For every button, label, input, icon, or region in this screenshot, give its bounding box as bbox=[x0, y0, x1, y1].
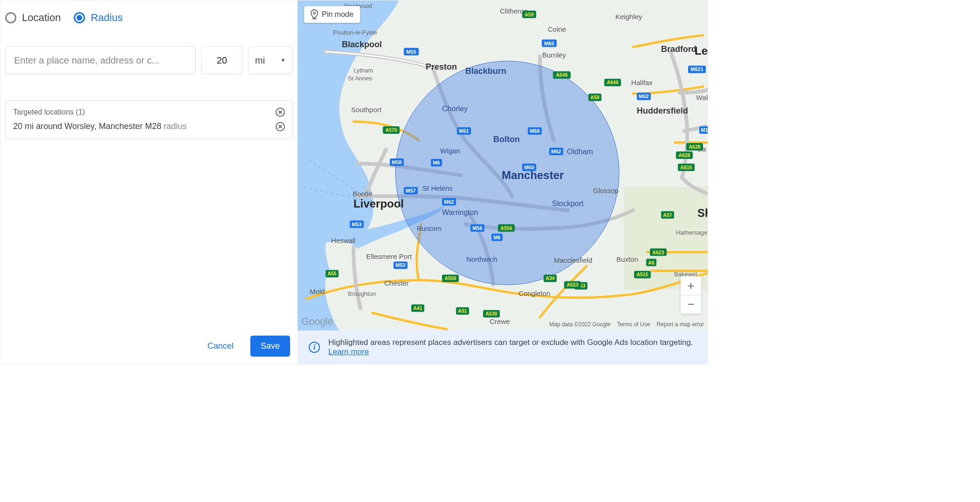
svg-text:M621: M621 bbox=[690, 66, 703, 72]
svg-text:M6: M6 bbox=[493, 235, 500, 240]
svg-text:Heswall: Heswall bbox=[331, 237, 355, 244]
svg-text:Liverpool: Liverpool bbox=[354, 197, 404, 210]
svg-text:Colne: Colne bbox=[548, 25, 566, 33]
svg-text:Macclesfield: Macclesfield bbox=[554, 256, 592, 264]
info-bar: i Highlighted areas represent places adv… bbox=[298, 330, 708, 364]
svg-text:A57: A57 bbox=[663, 213, 672, 218]
svg-text:Southport: Southport bbox=[351, 106, 382, 114]
svg-text:A51: A51 bbox=[458, 308, 467, 314]
place-input-placeholder: Enter a place name, address or c... bbox=[14, 55, 159, 66]
radius-value-input[interactable]: 20 bbox=[201, 46, 242, 74]
svg-text:Preston: Preston bbox=[426, 62, 457, 72]
svg-text:M6: M6 bbox=[433, 160, 440, 165]
app-root: Location Radius Enter a place name, addr… bbox=[0, 0, 708, 365]
svg-text:Oldham: Oldham bbox=[567, 148, 593, 156]
svg-text:St Annes: St Annes bbox=[348, 75, 372, 82]
targeted-item-main: 20 mi around Worsley, Manchester M28 bbox=[13, 122, 161, 131]
svg-text:A623: A623 bbox=[653, 250, 664, 255]
svg-text:A515: A515 bbox=[637, 272, 648, 277]
tab-location[interactable]: Location bbox=[5, 12, 61, 24]
svg-text:Bradford: Bradford bbox=[661, 44, 696, 54]
svg-text:Bootle: Bootle bbox=[353, 190, 372, 198]
learn-more-link[interactable]: Learn more bbox=[328, 347, 369, 356]
svg-text:M61: M61 bbox=[459, 128, 469, 134]
targeted-item-row: 20 mi around Worsley, Manchester M28 rad… bbox=[13, 122, 285, 131]
info-icon: i bbox=[309, 342, 320, 353]
svg-text:A41: A41 bbox=[413, 306, 422, 311]
place-input[interactable]: Enter a place name, address or c... bbox=[5, 46, 196, 74]
svg-text:Buxton: Buxton bbox=[616, 255, 638, 263]
map-panel: Fleetwood Thornton Poulton-le-Fylde Blac… bbox=[298, 0, 708, 364]
svg-text:A530: A530 bbox=[486, 311, 497, 316]
left-panel: Location Radius Enter a place name, addr… bbox=[0, 0, 298, 364]
google-logo: Google bbox=[301, 316, 333, 328]
radius-inputs-row: Enter a place name, address or c... 20 m… bbox=[5, 46, 293, 74]
svg-text:St Helens: St Helens bbox=[422, 184, 453, 192]
radius-unit-select[interactable]: mi ▼ bbox=[248, 46, 293, 74]
svg-text:Sh: Sh bbox=[697, 207, 708, 219]
zoom-out-button[interactable]: − bbox=[681, 295, 701, 314]
svg-text:A628: A628 bbox=[679, 153, 690, 158]
map-data-label: Map data ©2022 Google bbox=[549, 321, 611, 328]
map-attribution: Map data ©2022 Google Terms of Use Repor… bbox=[549, 321, 704, 328]
info-text: Highlighted areas represent places adver… bbox=[328, 338, 693, 347]
svg-text:Poulton-le-Fylde: Poulton-le-Fylde bbox=[333, 29, 377, 36]
report-link[interactable]: Report a map error bbox=[657, 321, 704, 328]
pin-mode-label: Pin mode bbox=[322, 10, 354, 19]
svg-text:Wake: Wake bbox=[696, 93, 708, 101]
targeted-locations-box: Targeted locations (1) 20 mi around Wors… bbox=[5, 100, 293, 139]
svg-text:M65: M65 bbox=[544, 41, 554, 46]
svg-text:Chorley: Chorley bbox=[442, 105, 468, 113]
svg-text:M56: M56 bbox=[472, 225, 482, 231]
svg-text:Runcorn: Runcorn bbox=[417, 225, 441, 232]
svg-text:Crewe: Crewe bbox=[490, 317, 510, 325]
svg-text:A58: A58 bbox=[590, 95, 599, 100]
svg-text:M57: M57 bbox=[406, 188, 416, 194]
svg-text:Hathersage: Hathersage bbox=[676, 229, 707, 236]
svg-text:A6: A6 bbox=[648, 260, 655, 265]
svg-text:A55: A55 bbox=[327, 271, 336, 276]
svg-text:M55: M55 bbox=[406, 49, 416, 55]
svg-text:M60: M60 bbox=[524, 165, 534, 170]
pin-mode-button[interactable]: Pin mode bbox=[304, 6, 360, 23]
targeted-item-suffix: radius bbox=[161, 122, 186, 131]
svg-text:A646: A646 bbox=[556, 72, 568, 78]
actions-row: Cancel Save bbox=[5, 336, 293, 357]
save-button[interactable]: Save bbox=[250, 336, 290, 357]
svg-text:Congleton: Congleton bbox=[518, 289, 550, 297]
radio-unselected-icon bbox=[5, 12, 16, 23]
svg-text:Ellesmere Port: Ellesmere Port bbox=[366, 252, 412, 260]
remove-item-icon[interactable] bbox=[276, 122, 285, 131]
svg-text:Stockport: Stockport bbox=[552, 200, 584, 208]
zoom-controls: + − bbox=[681, 276, 701, 314]
unit-label: mi bbox=[255, 55, 265, 66]
targeted-header-row: Targeted locations (1) bbox=[13, 108, 285, 117]
svg-text:Lytham: Lytham bbox=[354, 67, 373, 74]
map-canvas[interactable]: Fleetwood Thornton Poulton-le-Fylde Blac… bbox=[298, 0, 708, 330]
clear-all-icon[interactable] bbox=[276, 108, 285, 117]
svg-text:A59: A59 bbox=[525, 12, 533, 17]
svg-text:Keighley: Keighley bbox=[615, 13, 642, 21]
svg-text:M62: M62 bbox=[551, 149, 561, 154]
svg-text:Halifax: Halifax bbox=[631, 79, 653, 86]
svg-text:M58: M58 bbox=[392, 159, 402, 165]
tab-radius[interactable]: Radius bbox=[74, 12, 122, 24]
svg-text:Broughton: Broughton bbox=[348, 290, 376, 297]
tab-radius-label: Radius bbox=[91, 12, 122, 24]
zoom-in-button[interactable]: + bbox=[681, 276, 701, 295]
svg-text:A628: A628 bbox=[689, 144, 701, 150]
target-mode-tabs: Location Radius bbox=[5, 12, 293, 24]
svg-text:M66: M66 bbox=[530, 128, 540, 134]
tab-location-label: Location bbox=[22, 12, 61, 24]
svg-text:M1: M1 bbox=[701, 127, 708, 133]
targeted-header-label: Targeted locations (1) bbox=[13, 108, 85, 116]
svg-text:Mold: Mold bbox=[310, 287, 325, 295]
svg-text:Blackburn: Blackburn bbox=[465, 66, 506, 76]
svg-text:Burnley: Burnley bbox=[542, 51, 566, 59]
svg-text:M53: M53 bbox=[352, 222, 362, 227]
pin-icon bbox=[311, 10, 318, 19]
cancel-button[interactable]: Cancel bbox=[202, 337, 239, 356]
svg-text:A570: A570 bbox=[385, 128, 397, 133]
svg-text:Chester: Chester bbox=[384, 279, 409, 287]
terms-link[interactable]: Terms of Use bbox=[617, 321, 650, 328]
